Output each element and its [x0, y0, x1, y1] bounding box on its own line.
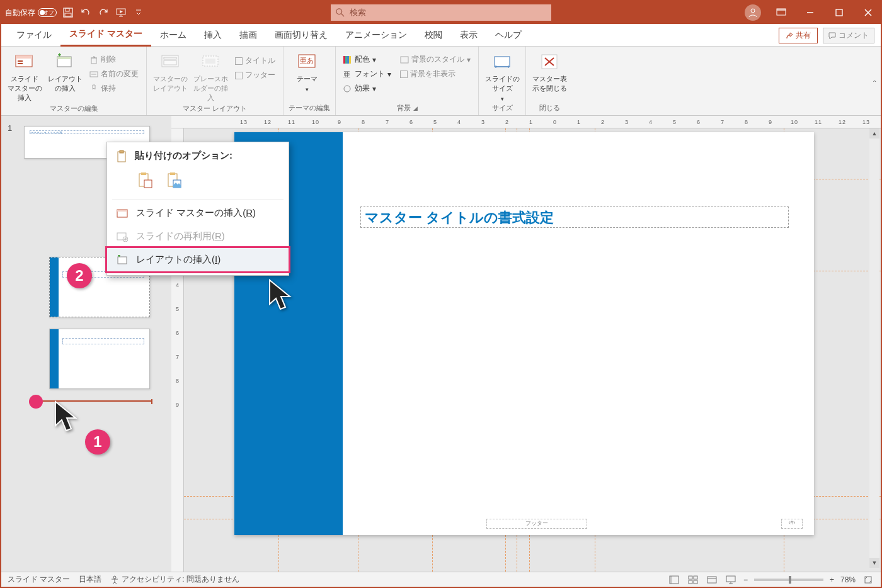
svg-rect-53 — [117, 233, 126, 240]
reading-view-icon[interactable] — [706, 574, 718, 585]
svg-rect-12 — [18, 63, 23, 64]
footer-placeholder[interactable]: フッター — [486, 519, 587, 529]
tab-insert[interactable]: 挿入 — [195, 25, 231, 46]
insert-layout-button[interactable]: レイアウトの挿入 — [47, 49, 83, 93]
title-placeholder[interactable]: マスター タイトルの書式設定 — [360, 206, 789, 228]
tab-draw[interactable]: 描画 — [231, 25, 266, 46]
slide-size-icon — [492, 52, 512, 72]
normal-view-icon[interactable] — [668, 574, 680, 585]
zoom-level[interactable]: 78% — [840, 575, 856, 584]
minimize-button[interactable] — [801, 4, 819, 21]
paste-options-row — [107, 167, 289, 198]
search-box[interactable]: 検索 — [331, 4, 551, 21]
qat-customize-icon[interactable] — [132, 6, 145, 19]
tab-home[interactable]: ホーム — [151, 25, 195, 46]
close-master-view-button[interactable]: マスター表示を閉じる — [531, 49, 568, 93]
slide-size-button[interactable]: スライドのサイズ▾ — [484, 49, 520, 102]
search-icon — [336, 8, 345, 17]
horizontal-ruler[interactable]: 13121110987654321012345678910111213 — [171, 116, 881, 128]
paste-keep-source-button[interactable] — [135, 169, 156, 191]
svg-rect-49 — [170, 172, 175, 175]
preserve-button: 保持 — [87, 82, 141, 95]
clipboard-icon — [116, 150, 127, 164]
share-button[interactable]: 共有 — [779, 28, 818, 43]
svg-rect-10 — [16, 55, 32, 59]
vertical-scrollbar[interactable]: ▲ ▼ — [869, 128, 879, 568]
colors-button[interactable]: 配色 ▾ — [341, 53, 394, 66]
svg-rect-21 — [205, 59, 215, 64]
scroll-down-icon[interactable]: ▼ — [869, 558, 879, 568]
svg-point-29 — [344, 86, 350, 92]
svg-rect-24 — [343, 56, 345, 64]
slide-canvas[interactable]: マスター タイトルの書式設定 フッター ‹#› — [234, 132, 814, 535]
rename-button: 名前の変更 — [87, 67, 141, 81]
tab-animations[interactable]: アニメーション — [336, 25, 416, 46]
autosave-toggle[interactable]: 自動保存 オフ — [5, 8, 57, 18]
svg-rect-36 — [689, 576, 692, 579]
scroll-up-icon[interactable]: ▲ — [869, 128, 879, 139]
checkbox-icon — [235, 57, 243, 65]
svg-text:亜あ: 亜あ — [300, 57, 314, 64]
layout-thumbnail[interactable] — [49, 329, 150, 389]
tab-file[interactable]: ファイル — [8, 25, 60, 46]
placeholder-icon — [200, 52, 220, 72]
group-edit-master: スライド マスターの挿入 レイアウトの挿入 削除 名前の変更 保持 マスターの編… — [1, 47, 147, 115]
accessibility-icon — [110, 575, 119, 584]
insert-slide-master-button[interactable]: スライド マスターの挿入 — [6, 49, 43, 103]
maximize-button[interactable] — [830, 4, 848, 21]
preserve-icon — [89, 84, 98, 93]
ribbon-tabs: ファイル スライド マスター ホーム 挿入 描画 画面切り替え アニメーション … — [1, 24, 881, 47]
zoom-slider-thumb[interactable] — [789, 576, 791, 584]
slide-number-placeholder[interactable]: ‹#› — [781, 519, 803, 529]
account-icon[interactable] — [745, 4, 761, 21]
zoom-in-button[interactable]: + — [830, 575, 834, 584]
fit-to-window-icon[interactable] — [862, 574, 874, 585]
comment-button[interactable]: コメント — [823, 28, 874, 43]
fonts-button[interactable]: 亜フォント ▾ — [341, 67, 394, 81]
svg-rect-52 — [117, 210, 127, 212]
slide-number: 1 — [8, 123, 12, 133]
slide-sorter-view-icon[interactable] — [687, 574, 699, 585]
tab-view[interactable]: 表示 — [451, 25, 486, 46]
tab-slide-master[interactable]: スライド マスター — [60, 23, 151, 47]
svg-rect-39 — [694, 580, 697, 584]
accessibility-status[interactable]: アクセシビリティ: 問題ありません — [110, 574, 239, 585]
status-bar: スライド マスター 日本語 アクセシビリティ: 問題ありません − + 78% — [1, 572, 881, 587]
tab-transitions[interactable]: 画面切り替え — [266, 25, 336, 46]
tab-review[interactable]: 校閲 — [416, 25, 451, 46]
redo-icon[interactable] — [97, 6, 110, 19]
themes-button[interactable]: 亜あ テーマ▾ — [289, 49, 325, 93]
collapse-ribbon-icon[interactable]: ⌃ — [872, 79, 877, 86]
zoom-slider[interactable] — [754, 579, 823, 581]
svg-rect-31 — [495, 57, 510, 67]
autosave-switch[interactable]: オフ — [38, 8, 57, 17]
zoom-out-button[interactable]: − — [743, 575, 748, 584]
group-label-background: 背景◢ — [341, 102, 473, 115]
reuse-slides-icon — [116, 231, 129, 242]
slideshow-view-icon[interactable] — [724, 574, 737, 585]
delete-icon — [89, 55, 98, 64]
insert-placeholder-button: プレースホルダーの挿入 — [192, 49, 229, 103]
delete-button: 削除 — [87, 53, 141, 66]
status-language[interactable]: 日本語 — [79, 574, 101, 585]
title-bar: 自動保存 オフ 検索 — [1, 1, 881, 24]
paste-picture-button[interactable] — [164, 169, 185, 191]
svg-rect-42 — [865, 577, 871, 583]
background-styles-button: 背景のスタイル ▾ — [398, 53, 473, 66]
svg-rect-38 — [689, 580, 692, 584]
ribbon-display-options-icon[interactable] — [772, 4, 790, 21]
save-icon[interactable] — [62, 6, 74, 19]
context-menu: 貼り付けのオプション: スライド マスターの挿入(R) スライドの再利用(R) … — [106, 142, 289, 276]
undo-icon[interactable] — [79, 6, 92, 19]
svg-rect-27 — [349, 56, 351, 64]
svg-point-5 — [751, 9, 755, 13]
slideshow-start-icon[interactable] — [115, 6, 127, 19]
effects-button[interactable]: 効果 ▾ — [341, 82, 394, 95]
themes-icon: 亜あ — [297, 52, 317, 72]
menu-insert-slide-master[interactable]: スライド マスターの挿入(R) — [107, 201, 289, 225]
menu-insert-layout[interactable]: レイアウトの挿入(I) — [105, 246, 290, 273]
group-label-master-layout: マスター レイアウト — [152, 103, 278, 116]
dialog-launcher-icon[interactable]: ◢ — [413, 105, 418, 111]
close-button[interactable] — [859, 4, 877, 21]
tab-help[interactable]: ヘルプ — [486, 25, 530, 46]
